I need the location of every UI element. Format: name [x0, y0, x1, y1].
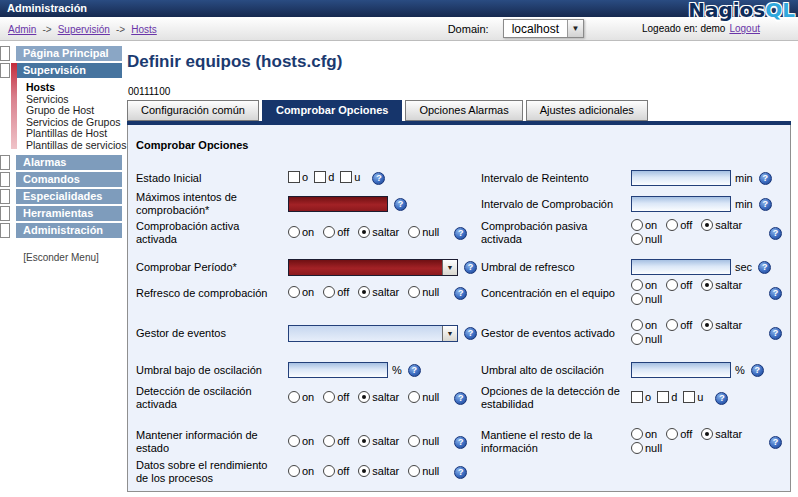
mantiene_resto-radio-off[interactable]	[666, 428, 678, 440]
comprobacion_activa-radio-null[interactable]	[408, 226, 420, 238]
datos_rendimiento-radio-saltar[interactable]	[358, 465, 370, 477]
deteccion_oscilacion-radio-off[interactable]	[323, 391, 335, 403]
help-icon[interactable]: ?	[464, 327, 477, 340]
gestor_eventos_activado-option-off[interactable]: off	[666, 319, 692, 331]
comprobacion_pasiva-radio-on[interactable]	[631, 219, 643, 231]
mantener_info-option-saltar[interactable]: saltar	[358, 435, 399, 447]
sidebar-item-hosts[interactable]: Hosts	[26, 82, 122, 94]
comprobacion_activa-radio-on[interactable]	[288, 226, 300, 238]
tab-ajustes-adicionales[interactable]: Ajustes adicionales	[526, 100, 648, 121]
hide-menu-link[interactable]: [Esconder Menu]	[0, 252, 122, 263]
help-icon[interactable]: ?	[454, 287, 467, 300]
datos_rendimiento-option-on[interactable]: on	[288, 465, 314, 477]
help-icon[interactable]: ?	[759, 172, 772, 185]
gestor_eventos_activado-option-saltar[interactable]: saltar	[701, 319, 742, 331]
help-icon[interactable]: ?	[372, 172, 385, 185]
comprobacion_activa-option-saltar[interactable]: saltar	[358, 226, 399, 238]
opciones_estabilidad-option-u[interactable]: u	[683, 391, 703, 403]
mantener_info-option-on[interactable]: on	[288, 435, 314, 447]
comprobacion_activa-option-null[interactable]: null	[408, 226, 439, 238]
gestor-eventos-select[interactable]: ▼	[288, 325, 458, 342]
maximos-intentos-input[interactable]	[288, 196, 388, 212]
datos_rendimiento-radio-off[interactable]	[323, 465, 335, 477]
gestor_eventos_activado-radio-saltar[interactable]	[701, 319, 713, 331]
comprobacion_activa-option-off[interactable]: off	[323, 226, 349, 238]
tab-comprobar-opciones[interactable]: Comprobar Opciones	[262, 100, 402, 121]
deteccion_oscilacion-option-saltar[interactable]: saltar	[358, 391, 399, 403]
mantener_info-option-off[interactable]: off	[323, 435, 349, 447]
comprobacion_activa-option-on[interactable]: on	[288, 226, 314, 238]
umbral-refresco-input[interactable]	[631, 259, 731, 275]
logout-link[interactable]: Logout	[729, 23, 760, 34]
sidebar-item-plantillas-de-servicios[interactable]: Plantillas de servicios	[26, 140, 122, 152]
opciones_estabilidad-option-d[interactable]: d	[657, 391, 677, 403]
estado_inicial-option-o[interactable]: o	[288, 171, 308, 183]
sidebar-item-especialidades[interactable]: Especialidades	[16, 189, 122, 204]
datos_rendimiento-option-off[interactable]: off	[323, 465, 349, 477]
estado_inicial-option-d[interactable]: d	[314, 171, 334, 183]
help-icon[interactable]: ?	[408, 364, 421, 377]
deteccion_oscilacion-radio-on[interactable]	[288, 391, 300, 403]
concentracion_equipo-option-on[interactable]: on	[631, 279, 657, 291]
mantener_info-radio-on[interactable]	[288, 435, 300, 447]
estado_inicial-option-u[interactable]: u	[340, 171, 360, 183]
help-icon[interactable]: ?	[769, 227, 782, 240]
mantiene_resto-option-off[interactable]: off	[666, 428, 692, 440]
concentracion_equipo-radio-on[interactable]	[631, 279, 643, 291]
sidebar-item-grupo-de-host[interactable]: Grupo de Host	[26, 105, 122, 117]
concentracion_equipo-radio-off[interactable]	[666, 279, 678, 291]
concentracion_equipo-radio-saltar[interactable]	[701, 279, 713, 291]
help-icon[interactable]: ?	[769, 327, 782, 340]
help-icon[interactable]: ?	[751, 364, 764, 377]
concentracion_equipo-option-saltar[interactable]: saltar	[701, 279, 742, 291]
comprobacion_activa-radio-saltar[interactable]	[358, 226, 370, 238]
help-icon[interactable]: ?	[454, 227, 467, 240]
sidebar-item-alarmas[interactable]: Alarmas	[16, 155, 122, 170]
comprobacion_activa-radio-off[interactable]	[323, 226, 335, 238]
help-icon[interactable]: ?	[769, 436, 782, 449]
mantiene_resto-option-on[interactable]: on	[631, 428, 657, 440]
refresco_comprobacion-radio-null[interactable]	[408, 286, 420, 298]
mantiene_resto-radio-saltar[interactable]	[701, 428, 713, 440]
help-icon[interactable]: ?	[715, 392, 728, 405]
refresco_comprobacion-option-saltar[interactable]: saltar	[358, 286, 399, 298]
deteccion_oscilacion-option-off[interactable]: off	[323, 391, 349, 403]
comprobacion_pasiva-option-saltar[interactable]: saltar	[701, 219, 742, 231]
umbral-alto-input[interactable]	[631, 362, 731, 378]
mantener_info-radio-saltar[interactable]	[358, 435, 370, 447]
deteccion_oscilacion-option-null[interactable]: null	[408, 391, 439, 403]
chevron-down-icon[interactable]: ▼	[567, 20, 583, 37]
comprobacion_pasiva-radio-off[interactable]	[666, 219, 678, 231]
mantener_info-radio-null[interactable]	[408, 435, 420, 447]
gestor_eventos_activado-option-null[interactable]: null	[631, 333, 662, 345]
intervalo-comprobacion-input[interactable]	[631, 196, 731, 212]
mantener_info-option-null[interactable]: null	[408, 435, 439, 447]
help-icon[interactable]: ?	[454, 466, 467, 479]
opciones_estabilidad-checkbox-d[interactable]	[657, 391, 669, 403]
refresco_comprobacion-radio-off[interactable]	[323, 286, 335, 298]
concentracion_equipo-radio-null[interactable]	[631, 293, 643, 305]
comprobacion_pasiva-radio-saltar[interactable]	[701, 219, 713, 231]
datos_rendimiento-option-null[interactable]: null	[408, 465, 439, 477]
refresco_comprobacion-option-off[interactable]: off	[323, 286, 349, 298]
comprobacion_pasiva-option-null[interactable]: null	[631, 233, 662, 245]
help-icon[interactable]: ?	[769, 287, 782, 300]
comprobacion_pasiva-option-on[interactable]: on	[631, 219, 657, 231]
datos_rendimiento-option-saltar[interactable]: saltar	[358, 465, 399, 477]
datos_rendimiento-radio-null[interactable]	[408, 465, 420, 477]
datos_rendimiento-radio-on[interactable]	[288, 465, 300, 477]
opciones_estabilidad-checkbox-o[interactable]	[631, 391, 643, 403]
estado_inicial-checkbox-u[interactable]	[340, 171, 352, 183]
comprobacion_pasiva-option-off[interactable]: off	[666, 219, 692, 231]
gestor_eventos_activado-option-on[interactable]: on	[631, 319, 657, 331]
intervalo-reintento-input[interactable]	[631, 170, 731, 186]
breadcrumb-admin[interactable]: Admin	[8, 24, 36, 35]
opciones_estabilidad-checkbox-u[interactable]	[683, 391, 695, 403]
mantiene_resto-option-saltar[interactable]: saltar	[701, 428, 742, 440]
breadcrumb-hosts[interactable]: Hosts	[131, 24, 157, 35]
breadcrumb-supervision[interactable]: Supervisión	[58, 24, 110, 35]
estado_inicial-checkbox-o[interactable]	[288, 171, 300, 183]
comprobacion_pasiva-radio-null[interactable]	[631, 233, 643, 245]
mantiene_resto-radio-null[interactable]	[631, 442, 643, 454]
help-icon[interactable]: ?	[464, 261, 477, 274]
